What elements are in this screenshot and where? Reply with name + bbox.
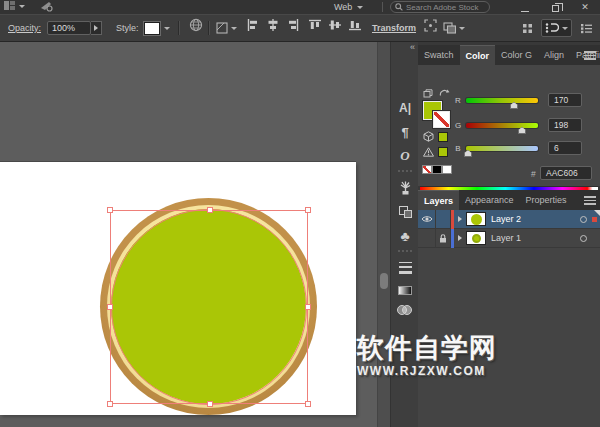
tab-layers[interactable]: Layers [418,190,459,210]
collapse-dock-icon[interactable]: « [410,42,415,52]
workspace-current-button[interactable] [541,19,572,37]
lock-toggle[interactable] [436,229,451,248]
layer-row-layer1[interactable]: Layer 1 [418,229,600,248]
paragraph-panel-icon[interactable]: ¶ [391,122,419,142]
style-label: Style: [116,23,139,33]
align-center-horizontal-icon[interactable] [263,15,283,35]
selection-handle-top-right[interactable] [305,207,311,213]
selection-handle-top-left[interactable] [107,207,113,213]
align-left-icon[interactable] [243,15,263,35]
opacity-expand-button[interactable] [91,21,102,35]
layer-name[interactable]: Layer 2 [491,214,580,224]
close-button[interactable]: ✕ [570,2,600,12]
opentype-panel-icon[interactable]: O [391,146,419,166]
opacity-input[interactable]: 100% [47,21,91,35]
workspace-icon [545,22,559,34]
selection-indicator-dot [592,236,597,241]
white-swatch[interactable] [442,165,452,174]
chevron-down-icon [231,27,237,30]
selection-handle-top-center[interactable] [207,207,213,213]
layer-name[interactable]: Layer 1 [491,233,580,243]
red-value-input[interactable]: 170 [548,93,582,107]
chevron-down-icon [459,27,465,30]
arrange-icon [443,22,456,34]
color-panel-tabbar: Swatch Color Color G Align Pathfin [418,45,600,65]
panel-menu-icon[interactable] [584,196,596,207]
channel-label: B [454,144,462,153]
list-view-icon[interactable] [576,18,596,38]
scrollbar-thumb[interactable] [380,273,388,289]
layer-thumbnail[interactable] [466,231,486,245]
tab-align[interactable]: Align [538,45,570,65]
selection-handle-middle-right[interactable] [305,304,311,310]
chevron-down-icon [164,27,170,30]
arrange-dropdown[interactable] [443,15,465,41]
transparency-panel-icon[interactable] [391,202,419,222]
search-input[interactable]: Search Adobe Stock [390,1,490,13]
red-slider[interactable] [466,98,538,103]
tab-color-guide[interactable]: Color G [495,45,538,65]
black-swatch[interactable] [432,165,442,174]
visibility-toggle[interactable] [418,210,436,229]
expand-layer-icon[interactable] [454,235,466,241]
shape-mode-dropdown[interactable] [216,15,237,41]
blue-value-input[interactable]: 6 [548,141,582,155]
selection-handle-bottom-left[interactable] [107,401,113,407]
gradient-panel-icon[interactable] [391,280,419,300]
blue-slider-thumb[interactable] [464,150,472,157]
panel-menu-icon[interactable] [584,51,596,62]
align-top-icon[interactable] [305,15,325,35]
lock-toggle[interactable] [436,210,451,229]
target-circle-icon[interactable] [580,216,587,223]
red-slider-thumb[interactable] [510,102,518,109]
dock-group-divider[interactable] [398,170,412,172]
symbols-panel-icon[interactable]: ♣ [391,226,419,246]
dock-group-divider[interactable] [398,250,412,252]
gpu-performance-icon[interactable] [40,1,53,12]
green-slider-thumb[interactable] [518,127,526,134]
selection-handle-bottom-right[interactable] [305,401,311,407]
selection-handle-bottom-center[interactable] [207,401,213,407]
app-grid-icon[interactable] [4,1,16,11]
tab-properties[interactable]: Properties [520,190,573,210]
chevron-down-icon [19,5,25,8]
canvas-area[interactable] [0,42,377,427]
expand-layer-icon[interactable] [454,216,466,222]
isolate-selection-icon[interactable] [420,15,440,35]
character-panel-icon[interactable]: A| [391,98,419,118]
web-safe-color-swatch[interactable] [438,132,448,142]
style-swatch[interactable] [144,22,160,35]
tab-appearance[interactable]: Appearance [459,190,520,210]
search-icon [395,3,403,11]
stroke-panel-icon[interactable] [391,258,419,278]
selection-handle-middle-left[interactable] [107,304,113,310]
workspace-switcher[interactable]: Web [334,0,363,14]
layer-thumbnail[interactable] [466,212,486,226]
visibility-toggle[interactable] [418,229,436,248]
recolor-artwork-icon[interactable] [186,15,206,35]
hex-label: # [531,169,536,179]
layer-row-layer2[interactable]: Layer 2 [418,210,600,229]
brushes-panel-icon[interactable] [391,178,419,198]
blend-panel-icon[interactable] [391,300,419,320]
align-bottom-icon[interactable] [345,15,365,35]
selection-indicator-dot[interactable] [592,217,597,222]
vertical-scrollbar[interactable] [377,42,390,427]
shape-icon [216,22,228,34]
align-right-icon[interactable] [283,15,303,35]
corner-fold-icon [594,210,600,216]
blue-slider[interactable] [466,146,538,151]
eye-icon [421,215,433,223]
align-center-vertical-icon[interactable] [325,15,345,35]
transform-link[interactable]: Transform [372,23,416,33]
green-slider[interactable] [466,123,538,128]
tab-color[interactable]: Color [460,45,496,65]
none-swatch[interactable] [422,165,432,174]
hex-value-input[interactable]: AAC606 [540,166,592,180]
selection-bounding-box [110,210,308,404]
opacity-label[interactable]: Opacity: [8,23,41,33]
target-circle-icon[interactable] [580,235,587,242]
tab-swatches[interactable]: Swatch [418,45,460,65]
green-value-input[interactable]: 198 [548,118,582,132]
select-similar-icon[interactable] [517,18,537,38]
